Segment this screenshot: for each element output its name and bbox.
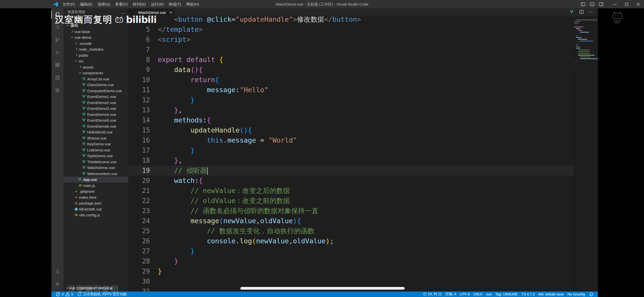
tree-item-ComputedDemo.vue[interactable]: ComputedDemo.vue [63,88,128,94]
code-line-8[interactable]: 8export default { [128,55,598,65]
activitybar-account[interactable] [51,265,63,278]
tree-item-EventDemo4.vue[interactable]: EventDemo4.vue [63,112,128,118]
tree-item-TheWelcome.vue[interactable]: TheWelcome.vue [63,159,128,165]
vscode-logo-icon[interactable] [53,2,58,7]
tree-item-ClassDemo.vue[interactable]: ClassDemo.vue [63,82,128,88]
status-eol[interactable]: CRLF [471,291,484,297]
code-line-5[interactable]: 5</template> [128,24,598,35]
tree-item-WelcomeItem.vue[interactable]: WelcomeItem.vue [63,171,128,177]
tree-item-node_modules[interactable]: node_modules [63,46,128,52]
code-line-15[interactable]: 15 updateHandle(){ [128,125,598,135]
tree-item-vue-demo[interactable]: vue-demo [63,35,128,41]
activitybar-source-control[interactable] [51,34,63,46]
tree-item-README.md[interactable]: iREADME.md [63,206,128,212]
tree-item-vue-base[interactable]: vue-base [63,29,128,35]
code-line-10[interactable]: 10 return{ [128,75,598,85]
tree-item-.vscode[interactable]: .vscode [63,41,128,47]
code-line-14[interactable]: 14 methods:{ [128,115,598,125]
menu-item[interactable]: 文件(F) [60,0,77,8]
split-editor-button[interactable] [579,9,584,16]
minimize-button[interactable] [609,0,621,8]
tree-item-StyleDemo.vue[interactable]: StyleDemo.vue [63,153,128,159]
status-indentation[interactable]: 空格: 4 [443,291,458,297]
code-line-13[interactable]: 13 }, [128,105,598,115]
minimap[interactable] [574,16,598,291]
menu-item[interactable]: 编辑(E) [77,0,95,8]
activitybar-extensions[interactable] [51,59,63,71]
menu-item[interactable]: 帮助(H) [184,0,202,8]
code-line-19[interactable]: 19 // 侦听器 [128,166,598,176]
code-line-16[interactable]: 16 this.message = "World" [128,135,598,145]
code-line-21[interactable]: 21 // newValue：改变之后的数据 [128,186,598,196]
tree-item-EventDemo1.vue[interactable]: EventDemo1.vue [63,94,128,100]
close-button[interactable] [632,0,644,8]
tree-item-HelloWorld.vue[interactable]: HelloWorld.vue [63,129,128,135]
code-line-30[interactable]: 30 [128,276,598,286]
tree-item-IfDemo.vue[interactable]: IfDemo.vue [63,135,128,141]
status-encoding[interactable]: UTF-8 [458,291,472,297]
code-line-17[interactable]: 17 } [128,145,598,155]
activitybar-settings[interactable] [51,278,63,290]
status-tag-case[interactable]: Tag: UNSURE [494,291,520,297]
menu-item[interactable]: 选择(S) [95,0,113,8]
code-line-18[interactable]: 18 }, [128,155,598,166]
chevron-down-icon [74,59,78,63]
tree-item-components[interactable]: components [63,70,128,76]
code-line-6[interactable]: 6<script> [128,35,598,45]
tree-item-ArrayList.vue[interactable]: ArrayList.vue [63,76,128,82]
maximize-button[interactable] [621,0,632,8]
tree-item-App.vue[interactable]: App.vue [63,177,128,183]
tree-item-assets[interactable]: assets [63,64,128,70]
tree-item-EventDemo6.vue[interactable]: EventDemo6.vue [63,123,128,129]
tree-item-.gitignore[interactable]: ◆.gitignore [63,188,128,194]
menu-item[interactable]: 查看(V) [113,0,130,8]
video-progress-bar[interactable] [240,287,405,290]
panel-bottom-toggle[interactable] [588,0,597,8]
code-line-9[interactable]: 9 data(){ [128,65,598,75]
status-language-mode[interactable]: vue [484,291,494,297]
tab-close-icon[interactable] [170,10,172,15]
tree-item-EventDemo2.vue[interactable]: EventDemo2.vue [63,100,128,106]
tree-item-ListDemo.vue[interactable]: ListDemo.vue [63,147,128,153]
code-line-26[interactable]: 26 console.log(newValue,oldValue); [128,236,598,246]
activitybar-layers[interactable] [51,84,63,96]
tree-item-KeyDemo.vue[interactable]: KeyDemo.vue [63,141,128,147]
status-cursor-position[interactable]: 行 19, 列 11 [422,291,444,297]
tree-item-WatchDemo.vue[interactable]: WatchDemo.vue [63,165,128,171]
code-line-27[interactable]: 27 } [128,246,598,256]
panel-right-toggle[interactable] [597,0,606,8]
panel-left-toggle[interactable] [578,0,588,8]
code-line-20[interactable]: 20 watch:{ [128,176,598,186]
tree-item-package.json[interactable]: {}package.json [63,200,128,206]
code-line-23[interactable]: 23 // 函数名必须与侦听的数据对象保持一直 [128,206,598,216]
code-line-11[interactable]: 11 message:"Hello" [128,85,598,95]
status-notifications[interactable] [587,291,596,297]
menu-item[interactable]: 运行(R) [148,0,166,8]
activitybar-run-debug[interactable] [51,46,63,59]
vue-preview-button[interactable] [570,10,575,15]
code-line-29[interactable]: 29} [128,266,598,276]
code-line-4[interactable]: 4 <button @click="updateHandle">修改数据</bu… [128,16,598,24]
code-line-22[interactable]: 22 // oldValue：改变之前的数据 [128,196,598,206]
code-line-25[interactable]: 25 // 数据发生变化，自动执行的函数 [128,226,598,236]
menu-item[interactable]: 终端(T) [166,0,184,8]
code-line-28[interactable]: 28 } [128,256,598,266]
code-line-24[interactable]: 24 message(newValue,oldValue){ [128,216,598,226]
tree-item-index.html[interactable]: <>index.html [63,194,128,201]
tree-item-vite.config.js[interactable]: JSvite.config.js [63,212,128,218]
activitybar-database[interactable] [51,71,63,84]
status-tsconfig[interactable]: No tsconfig [566,291,587,297]
more-actions-button[interactable] [588,9,594,16]
tree-item-main.js[interactable]: JSmain.js [63,183,128,189]
tree-item-public[interactable]: public [63,52,128,58]
more-actions-icon[interactable] [121,11,125,13]
status-ts-version[interactable]: TS 4.7.3 [520,291,536,297]
tree-item-src[interactable]: src [63,58,128,64]
status-attr-case[interactable]: Attr: kebab-case [536,291,566,297]
code-line-7[interactable]: 7 [128,45,598,55]
menu-item[interactable]: 转到(G) [130,0,148,8]
line-number: 12 [128,95,150,105]
tree-item-EventDemo5.vue[interactable]: EventDemo5.vue [63,117,128,123]
tree-item-EventDemo3.vue[interactable]: EventDemo3.vue [63,106,128,112]
code-line-12[interactable]: 12 } [128,95,598,105]
